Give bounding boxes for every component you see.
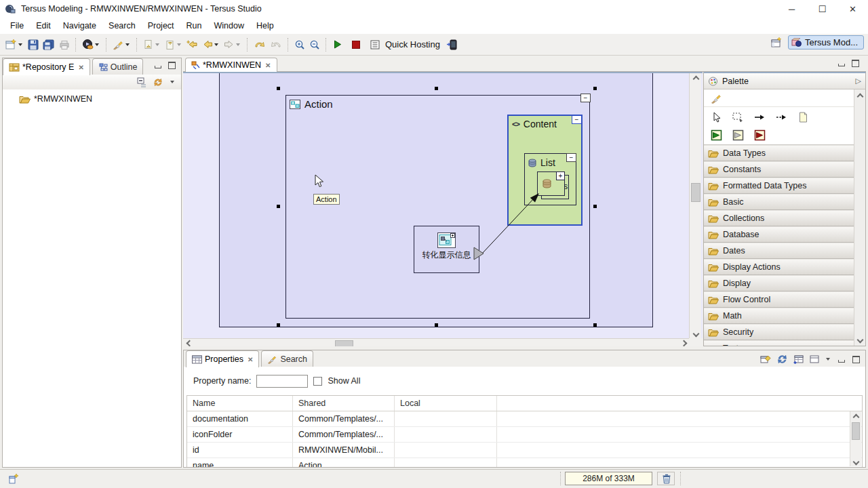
palette-category-text[interactable]: Text — [704, 340, 854, 346]
note-tool[interactable] — [795, 110, 810, 124]
scroll-down-arrow[interactable] — [854, 335, 865, 344]
flow-arrow-tool[interactable] — [752, 110, 767, 124]
close-icon[interactable]: ✕ — [265, 62, 271, 69]
quick-hosting-icon-button[interactable] — [368, 37, 382, 53]
scroll-thumb[interactable] — [335, 340, 353, 346]
editor-vertical-scrollbar[interactable] — [689, 73, 701, 338]
palette-category-security[interactable]: Security — [704, 324, 854, 340]
maximize-view-button[interactable] — [851, 355, 861, 364]
selection-handle-sw[interactable] — [277, 323, 280, 327]
scroll-right-arrow[interactable] — [678, 339, 689, 346]
transform-action-box[interactable]: 转化显示信息 — [414, 226, 479, 273]
forward-button[interactable] — [222, 37, 243, 53]
run-button[interactable] — [331, 37, 344, 53]
new-wizard-button[interactable] — [3, 37, 25, 53]
fast-view-icon[interactable] — [8, 473, 20, 485]
quick-hosting-label[interactable]: Quick Hosting — [385, 39, 440, 49]
show-all-checkbox[interactable] — [313, 377, 322, 386]
maximize-editor-button[interactable] — [850, 59, 861, 68]
link-dropdown-arrow[interactable] — [125, 43, 130, 46]
scroll-left-arrow[interactable] — [183, 339, 194, 346]
selection-handle-ne[interactable] — [593, 87, 597, 90]
window-close-button[interactable]: ✕ — [837, 0, 868, 18]
menu-project[interactable]: Project — [142, 19, 180, 33]
mobile-hosting-button[interactable] — [445, 37, 459, 53]
tab-properties[interactable]: Properties ✕ — [186, 350, 259, 367]
collapse-button[interactable]: − — [566, 153, 576, 162]
column-header-local[interactable]: Local — [395, 396, 497, 411]
scroll-down-arrow[interactable] — [850, 457, 861, 466]
menu-search[interactable]: Search — [102, 19, 142, 33]
collapse-all-icon[interactable] — [137, 77, 147, 87]
open-perspective-icon[interactable] — [770, 37, 783, 48]
tab-outline[interactable]: Outline — [92, 58, 144, 75]
palette-category-data-types[interactable]: Data Types — [704, 145, 854, 161]
select-tool[interactable] — [709, 110, 724, 124]
palette-category-math[interactable]: Math — [704, 308, 854, 324]
previous-annotation-dropdown-arrow[interactable] — [177, 43, 181, 46]
selection-handle-e[interactable] — [593, 205, 597, 208]
minimize-view-button[interactable] — [836, 355, 846, 364]
refresh-sync-icon[interactable] — [776, 354, 788, 365]
menu-file[interactable]: File — [4, 19, 30, 33]
brush-tool-icon[interactable] — [709, 92, 724, 105]
slot-point-tool[interactable] — [730, 129, 745, 142]
palette-header[interactable]: Palette ▷ — [704, 73, 865, 89]
maximize-view-button[interactable] — [167, 61, 177, 70]
column-header-shared[interactable]: Shared — [293, 396, 395, 411]
menu-window[interactable]: Window — [208, 19, 250, 33]
close-icon[interactable]: ✕ — [78, 64, 83, 71]
next-annotation-dropdown-arrow[interactable] — [155, 43, 159, 46]
marquee-tool[interactable] — [730, 110, 745, 124]
table-layout-icon[interactable] — [809, 354, 820, 364]
menu-edit[interactable]: Edit — [30, 19, 57, 33]
collapse-button[interactable]: − — [572, 115, 582, 124]
palette-category-basic[interactable]: Basic — [704, 194, 854, 210]
validate-dropdown-arrow[interactable] — [95, 43, 99, 46]
minimize-view-button[interactable] — [153, 61, 163, 70]
zoom-out-button[interactable] — [308, 37, 321, 53]
undo-button[interactable] — [252, 37, 267, 53]
previous-annotation-button[interactable] — [163, 37, 184, 53]
stop-button[interactable] — [350, 37, 362, 53]
refresh-icon[interactable] — [153, 77, 163, 87]
palette-category-flow-control[interactable]: Flow Control — [704, 291, 854, 308]
new-dropdown-arrow[interactable] — [18, 43, 22, 46]
scroll-up-arrow[interactable] — [690, 73, 701, 83]
palette-category-database[interactable]: Database — [704, 226, 854, 243]
dashed-arrow-tool[interactable] — [774, 110, 789, 124]
entry-point-tool[interactable] — [709, 129, 724, 142]
scroll-down-arrow[interactable] — [690, 329, 701, 338]
palette-category-dates[interactable]: Dates — [704, 243, 854, 259]
garbage-collect-button[interactable] — [657, 472, 675, 485]
tersus-modeling-perspective-button[interactable]: Tersus Mod... — [788, 35, 864, 49]
next-annotation-button[interactable] — [142, 37, 162, 53]
exit-point-tool[interactable] — [752, 129, 767, 142]
selection-handle-se[interactable] — [593, 323, 597, 327]
forward-dropdown-arrow[interactable] — [236, 43, 240, 46]
print-button[interactable] — [58, 37, 71, 53]
menu-navigate[interactable]: Navigate — [57, 19, 102, 33]
palette-category-constants[interactable]: Constants — [704, 161, 854, 178]
column-header-name[interactable]: Name — [187, 396, 293, 411]
palette-category-collections[interactable]: Collections — [704, 210, 854, 226]
last-edit-location-button[interactable] — [185, 37, 199, 53]
save-button[interactable] — [26, 37, 40, 53]
palette-category-display-actions[interactable]: Display Actions — [704, 259, 854, 275]
property-row-documentation[interactable]: documentation Common/Templates/... — [187, 411, 862, 427]
menu-help[interactable]: Help — [250, 19, 280, 33]
collapse-button[interactable]: − — [580, 94, 591, 102]
palette-category-formatted-data-types[interactable]: Formatted Data Types — [704, 178, 854, 194]
view-menu-chevron-icon[interactable] — [170, 81, 174, 83]
save-all-button[interactable] — [41, 37, 56, 53]
content-display-box[interactable]: <> Content − List − — [507, 115, 583, 226]
palette-category-display[interactable]: Display — [704, 275, 854, 291]
redo-button[interactable] — [269, 37, 283, 53]
action-model-box[interactable]: Action − <> Content − List — [285, 95, 590, 319]
close-icon[interactable]: ✕ — [248, 356, 253, 363]
model-canvas[interactable]: Action − <> Content − List — [183, 72, 703, 346]
properties-scrollbar[interactable] — [850, 411, 861, 466]
property-row-id[interactable]: id RMWXINWEN/Mobil... — [187, 443, 862, 458]
menu-run[interactable]: Run — [180, 19, 208, 33]
palette-collapse-arrow-icon[interactable]: ▷ — [856, 77, 861, 85]
